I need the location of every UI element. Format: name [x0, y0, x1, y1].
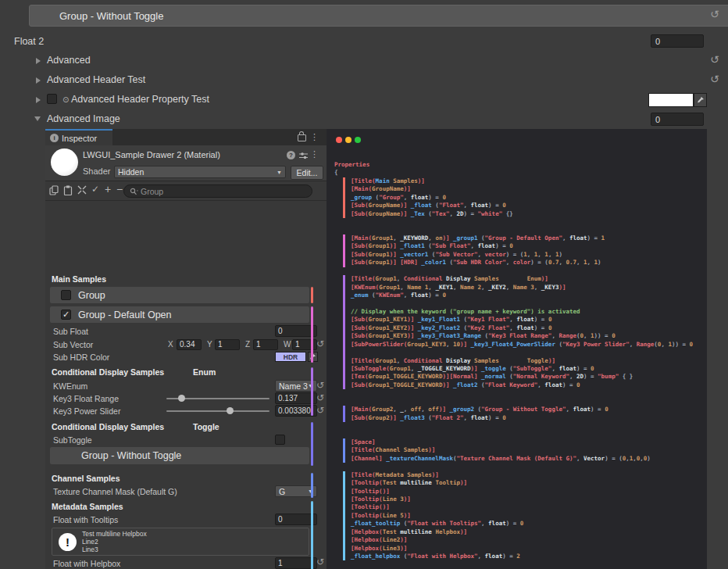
- search-field[interactable]: Group: [123, 184, 312, 198]
- material-preview-sphere[interactable]: [51, 149, 78, 176]
- float2-field[interactable]: 0: [651, 34, 704, 48]
- foldout-arrow-icon[interactable]: [36, 77, 41, 84]
- code-line: [Tooltip(Line 3)]: [327, 496, 707, 503]
- advanced-label[interactable]: Advanced: [47, 55, 91, 66]
- code-line: _float_helpbox ("Float with Helpbox", fl…: [327, 553, 707, 560]
- tab-inspector[interactable]: i Inspector: [45, 129, 112, 145]
- code-line: [327, 227, 707, 234]
- code-block-bar: [343, 446, 345, 454]
- copy-icon[interactable]: [49, 185, 59, 195]
- foldout-arrow-icon[interactable]: [36, 97, 41, 103]
- check-icon[interactable]: ✓: [91, 184, 99, 194]
- code-line: [Tooltip(Test multiline Tooltip)]: [327, 479, 707, 487]
- collapse-icon[interactable]: [77, 185, 87, 195]
- warning-icon: !: [59, 533, 77, 551]
- revert-icon[interactable]: ↺: [710, 9, 719, 20]
- vector-y-field[interactable]: 1: [215, 339, 240, 350]
- code-block-bar: [343, 406, 345, 413]
- revert-icon[interactable]: ↺: [316, 392, 324, 403]
- group-default-open-header[interactable]: Group - Default Open: [50, 306, 309, 323]
- code-block-bar: [343, 242, 345, 250]
- code-block-bar: [343, 365, 345, 373]
- vector-z-field[interactable]: 1: [253, 339, 278, 350]
- window-minimize-dot: [345, 137, 352, 143]
- key3-float-range-row: Key3 Float Range 0.137: [53, 392, 319, 404]
- slider-thumb[interactable]: [178, 395, 185, 402]
- eyedropper-icon: [697, 96, 705, 104]
- vector-z-value: 1: [256, 340, 261, 349]
- search-text: Group: [141, 187, 163, 196]
- subtoggle-checkbox[interactable]: [275, 435, 285, 445]
- minus-icon[interactable]: −: [116, 184, 123, 195]
- helpbox-line1: Test multiline Helpbox: [82, 530, 147, 538]
- conditional-enum-label: Enum: [193, 367, 216, 377]
- preset-icon[interactable]: [299, 152, 308, 159]
- group-without-toggle-header[interactable]: Group - Without Toggle: [50, 447, 309, 464]
- section-channel-samples: Channel Samples: [52, 474, 120, 483]
- shader-dropdown[interactable]: Hidden ▼: [114, 166, 286, 178]
- hdr-color-swatch[interactable]: HDR: [275, 352, 306, 362]
- vector-w-value: 1: [295, 340, 300, 349]
- key3-float-range-label: Key3 Float Range: [53, 394, 119, 403]
- code-line: [Sub(Group1)] _float1 ("Sub Float", floa…: [327, 242, 707, 250]
- inspector-panel: i Inspector ⋮ LWGUI_Sample Drawer 2 (Mat…: [45, 129, 327, 569]
- code-block-bar: [343, 488, 345, 496]
- advanced-header-property-label[interactable]: Advanced Header Property Test: [71, 94, 209, 105]
- group-header[interactable]: Group: [50, 287, 309, 303]
- axis-z-label: Z: [245, 340, 250, 349]
- code-line: [Space]: [327, 438, 707, 446]
- vector-x-field[interactable]: 0.34: [177, 339, 202, 350]
- revert-icon[interactable]: ↺: [316, 338, 324, 349]
- sub-vector-label: Sub Vector: [53, 340, 93, 349]
- advanced-header-property-checkbox[interactable]: [47, 94, 57, 104]
- texture-channel-mask-value: G: [279, 487, 285, 496]
- code-line: [Main(Group2, _, off, off)] _group2 ("Gr…: [327, 406, 707, 413]
- tab-label: Inspector: [62, 134, 97, 143]
- code-line: _float_tooltip ("Float with Tooltips", f…: [327, 520, 707, 528]
- revert-icon[interactable]: ↺: [316, 380, 324, 391]
- search-icon: [130, 188, 138, 195]
- code-line: {: [327, 169, 707, 177]
- code-block-bar: [343, 284, 345, 292]
- sub-float-label: Sub Float: [53, 327, 88, 336]
- section-bar-indigo: [311, 422, 313, 466]
- advanced-header-test-label[interactable]: Advanced Header Test: [47, 74, 145, 85]
- code-line: [327, 398, 707, 406]
- code-line: [327, 349, 707, 356]
- section-conditional-enum: Conditional Display Samples Enum: [52, 367, 216, 377]
- advanced-image-field[interactable]: 0: [651, 113, 704, 126]
- section-bar-red: [311, 287, 313, 303]
- code-line: [Sub(GroupName)] _Tex ("Tex", 2D) = "whi…: [327, 210, 707, 218]
- revert-icon[interactable]: ↺: [710, 73, 719, 84]
- edit-button[interactable]: Edit...: [291, 166, 323, 180]
- kebab-menu-icon[interactable]: ⋮: [310, 133, 319, 141]
- code-block-bar: [343, 381, 345, 389]
- slider-track[interactable]: [166, 410, 269, 412]
- revert-icon[interactable]: ↺: [316, 556, 324, 567]
- eyedropper-button[interactable]: [694, 93, 707, 107]
- foldout-arrow-icon[interactable]: [36, 58, 41, 64]
- code-line: // Display when the keyword ("group name…: [327, 308, 707, 316]
- lock-icon[interactable]: [298, 134, 306, 141]
- top-group-bar[interactable]: Group - Without Toggle: [29, 5, 728, 27]
- code-line: [327, 218, 707, 226]
- vector-w-field[interactable]: 1: [292, 339, 317, 350]
- code-line: _group ("Group", float) = 0: [327, 194, 707, 202]
- paste-icon[interactable]: [63, 185, 73, 195]
- foldout-arrow-down-icon[interactable]: [34, 116, 41, 121]
- help-icon[interactable]: ?: [287, 151, 295, 159]
- code-line: [Tooltip(Line 5)]: [327, 512, 707, 520]
- kebab-menu-icon[interactable]: ⋮: [310, 150, 319, 159]
- advanced-image-label[interactable]: Advanced Image: [47, 113, 120, 124]
- code-line: _enum ("KWEnum", float) = 0: [327, 292, 707, 299]
- code-block-bar: [343, 520, 345, 528]
- group-default-open-checkbox[interactable]: [61, 310, 71, 320]
- revert-icon[interactable]: ↺: [710, 54, 719, 65]
- slider-thumb[interactable]: [227, 407, 234, 414]
- code-block-bar: [343, 332, 345, 340]
- subtoggle-row: SubToggle: [53, 434, 319, 446]
- color-swatch-white[interactable]: [648, 93, 694, 107]
- group-checkbox[interactable]: [61, 290, 71, 300]
- revert-icon[interactable]: ↺: [316, 405, 324, 416]
- plus-icon[interactable]: +: [105, 184, 111, 195]
